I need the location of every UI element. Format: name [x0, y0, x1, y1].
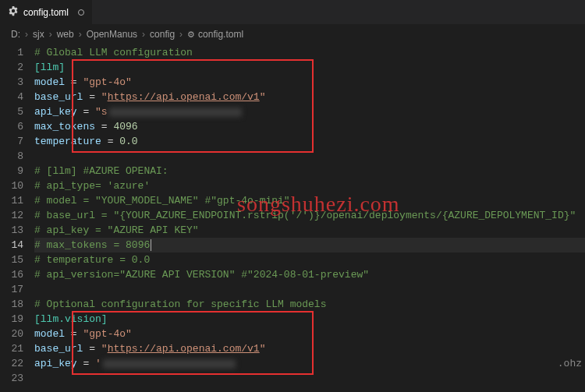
code-line: # api_type= 'azure' — [34, 178, 585, 193]
code-area[interactable]: songshuhezi.com # Global LLM configurati… — [34, 44, 585, 392]
code-line: max_tokens = 4096 — [34, 119, 585, 134]
chevron-right-icon: › — [25, 29, 28, 40]
code-line: # Optional configuration for specific LL… — [34, 297, 585, 312]
code-line — [34, 149, 585, 164]
code-line: # temperature = 0.0 — [34, 253, 585, 267]
code-line: api_key = '.ohz — [34, 356, 585, 371]
tab-title: config.toml — [23, 7, 69, 18]
chevron-right-icon: › — [49, 29, 52, 40]
breadcrumb[interactable]: D:› sjx› web› OpenManus› config› ⚙ confi… — [0, 25, 585, 44]
crumb-4[interactable]: config — [150, 29, 175, 40]
code-line: temperature = 0.0 — [34, 134, 585, 149]
code-line: base_url = "https://api.openai.com/v1" — [34, 90, 585, 104]
code-line — [34, 371, 585, 386]
code-line — [34, 282, 585, 297]
chevron-right-icon: › — [179, 29, 183, 40]
chevron-right-icon: › — [142, 29, 145, 40]
gear-icon: ⚙ — [187, 30, 195, 40]
redacted-api-key — [103, 359, 236, 369]
text-cursor — [151, 239, 151, 251]
redacted-api-key — [109, 108, 242, 117]
crumb-file[interactable]: config.toml — [198, 29, 243, 40]
tab-config-toml[interactable]: config.toml — [0, 0, 92, 24]
code-line: [llm] — [34, 60, 585, 75]
line-number-gutter: 1234567891011121314151617181920212223 — [0, 44, 34, 392]
code-editor[interactable]: 1234567891011121314151617181920212223 so… — [0, 44, 585, 392]
code-line: # model = "YOUR_MODEL_NAME" #"gpt-4o-min… — [34, 193, 585, 208]
crumb-2[interactable]: web — [57, 29, 74, 40]
code-line: api_key = "s — [34, 104, 585, 119]
code-line: # Global LLM configuration — [34, 45, 585, 60]
code-line: # api_version="AZURE API VERSION" #"2024… — [34, 267, 585, 282]
gear-icon — [8, 5, 19, 19]
code-line: model = "gpt-4o" — [34, 327, 585, 341]
code-line: # base_url = "{YOUR_AZURE_ENDPOINT.rstri… — [34, 208, 585, 223]
code-line: # api_key = "AZURE API KEY" — [34, 223, 585, 238]
code-line: [llm.vision] — [34, 312, 585, 327]
tab-modified-icon — [78, 9, 84, 16]
code-line-current: # max_tokens = 8096 — [34, 238, 585, 253]
code-line: # [llm] #AZURE OPENAI: — [34, 164, 585, 178]
chevron-right-icon: › — [79, 29, 82, 40]
code-line: model = "gpt-4o" — [34, 75, 585, 90]
crumb-drive[interactable]: D: — [11, 29, 20, 40]
crumb-1[interactable]: sjx — [33, 29, 44, 40]
crumb-3[interactable]: OpenManus — [87, 29, 137, 40]
tab-bar: config.toml — [0, 0, 585, 25]
code-line: base_url = "https://api.openai.com/v1" — [34, 341, 585, 356]
